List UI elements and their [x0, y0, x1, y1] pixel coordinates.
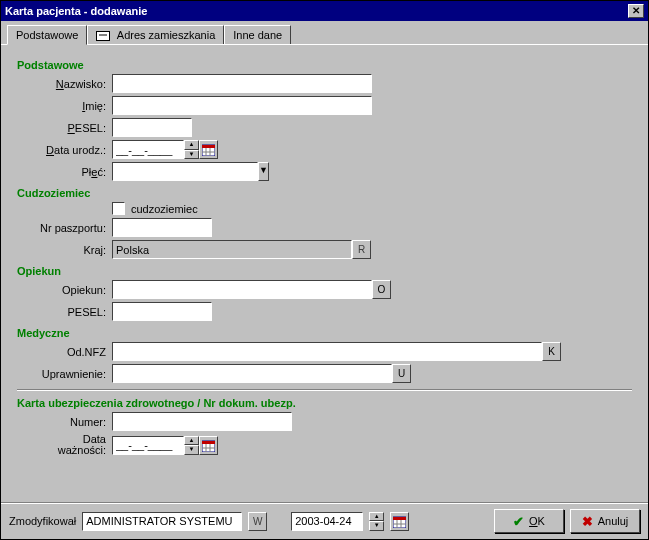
- cancel-button[interactable]: ✖ Anuluj: [570, 509, 640, 533]
- tab-other[interactable]: Inne dane: [224, 25, 291, 44]
- pesel-label: PESEL:: [17, 122, 112, 134]
- modified-by-field: [82, 512, 242, 531]
- tab-address-label: Adres zamieszkania: [117, 29, 215, 41]
- tab-content-basic: Podstawowe Nazwisko: Imię: PESEL: Data u…: [1, 45, 648, 502]
- validity-calendar-button[interactable]: [199, 436, 218, 455]
- modified-date-spinner[interactable]: ▲ ▼: [369, 512, 384, 531]
- titlebar: Karta pacjenta - dodawanie ✕: [1, 1, 648, 21]
- modified-date-calendar-button[interactable]: [390, 512, 409, 531]
- footer-bar: Zmodyfikował W ▲ ▼ ✔ OK ✖ Anuluj: [1, 502, 648, 539]
- section-foreigner: Cudzoziemiec: [17, 187, 632, 199]
- dob-input[interactable]: [112, 140, 184, 159]
- modified-date-field: [291, 512, 363, 531]
- passport-label: Nr paszportu:: [17, 222, 112, 234]
- section-basic: Podstawowe: [17, 59, 632, 71]
- country-input: [112, 240, 352, 259]
- ins-number-input[interactable]: [112, 412, 292, 431]
- calendar-icon: [202, 439, 215, 452]
- spin-up-icon[interactable]: ▲: [184, 436, 199, 446]
- tab-address[interactable]: Adres zamieszkania: [87, 25, 224, 44]
- guardian-pesel-label: PESEL:: [17, 306, 112, 318]
- nfz-lookup-button[interactable]: K: [542, 342, 561, 361]
- svg-rect-1: [202, 145, 215, 148]
- dob-spinner[interactable]: ▲ ▼: [184, 140, 199, 159]
- nfz-label: Od.NFZ: [17, 346, 112, 358]
- entitlement-input[interactable]: [112, 364, 392, 383]
- spin-up-icon[interactable]: ▲: [184, 140, 199, 150]
- sex-label: Płeć:: [17, 166, 112, 178]
- spin-down-icon[interactable]: ▼: [184, 445, 199, 455]
- foreigner-checkbox-label: cudzoziemiec: [131, 203, 198, 215]
- foreigner-checkbox[interactable]: [112, 202, 125, 215]
- guardian-pesel-input[interactable]: [112, 302, 212, 321]
- ins-number-label: Numer:: [17, 416, 112, 428]
- sex-input[interactable]: [112, 162, 258, 181]
- sex-combo[interactable]: ▼: [112, 162, 229, 181]
- window-title: Karta pacjenta - dodawanie: [5, 5, 147, 17]
- name-label: Imię:: [17, 100, 112, 112]
- divider: [17, 389, 632, 391]
- section-insurance: Karta ubezpieczenia zdrowotnego / Nr dok…: [17, 397, 632, 409]
- pesel-input[interactable]: [112, 118, 192, 137]
- surname-input[interactable]: [112, 74, 372, 93]
- country-lookup-button[interactable]: R: [352, 240, 371, 259]
- modified-by-label: Zmodyfikował: [9, 515, 76, 527]
- surname-label: Nazwisko:: [17, 78, 112, 90]
- tab-basic[interactable]: Podstawowe: [7, 25, 87, 45]
- dropdown-arrow-icon[interactable]: ▼: [258, 162, 269, 181]
- ins-validity-input[interactable]: [112, 436, 184, 455]
- tab-strip: Podstawowe Adres zamieszkania Inne dane: [1, 21, 648, 45]
- spin-up-icon[interactable]: ▲: [369, 512, 384, 522]
- section-guardian: Opiekun: [17, 265, 632, 277]
- svg-rect-6: [202, 441, 215, 444]
- modified-by-lookup-button[interactable]: W: [248, 512, 267, 531]
- nfz-input[interactable]: [112, 342, 542, 361]
- spin-down-icon[interactable]: ▼: [184, 150, 199, 160]
- country-label: Kraj:: [17, 244, 112, 256]
- guardian-input[interactable]: [112, 280, 372, 299]
- patient-card-dialog: Karta pacjenta - dodawanie ✕ Podstawowe …: [0, 0, 649, 540]
- dob-label: Data urodz.:: [17, 144, 112, 156]
- svg-rect-11: [393, 517, 406, 520]
- ok-button-label: OK: [529, 515, 545, 527]
- entitlement-lookup-button[interactable]: U: [392, 364, 411, 383]
- section-medical: Medyczne: [17, 327, 632, 339]
- ins-validity-label: Dataważności:: [17, 434, 112, 456]
- spin-down-icon[interactable]: ▼: [369, 521, 384, 531]
- guardian-label: Opiekun:: [17, 284, 112, 296]
- passport-input[interactable]: [112, 218, 212, 237]
- calendar-icon: [202, 143, 215, 156]
- cancel-icon: ✖: [582, 514, 593, 529]
- validity-spinner[interactable]: ▲ ▼: [184, 436, 199, 455]
- close-button[interactable]: ✕: [628, 4, 644, 18]
- entitlement-label: Uprawnienie:: [17, 368, 112, 380]
- cancel-button-label: Anuluj: [598, 515, 629, 527]
- name-input[interactable]: [112, 96, 372, 115]
- calendar-icon: [393, 515, 406, 528]
- guardian-lookup-button[interactable]: O: [372, 280, 391, 299]
- address-card-icon: [96, 31, 110, 41]
- check-icon: ✔: [513, 514, 524, 529]
- dob-calendar-button[interactable]: [199, 140, 218, 159]
- ok-button[interactable]: ✔ OK: [494, 509, 564, 533]
